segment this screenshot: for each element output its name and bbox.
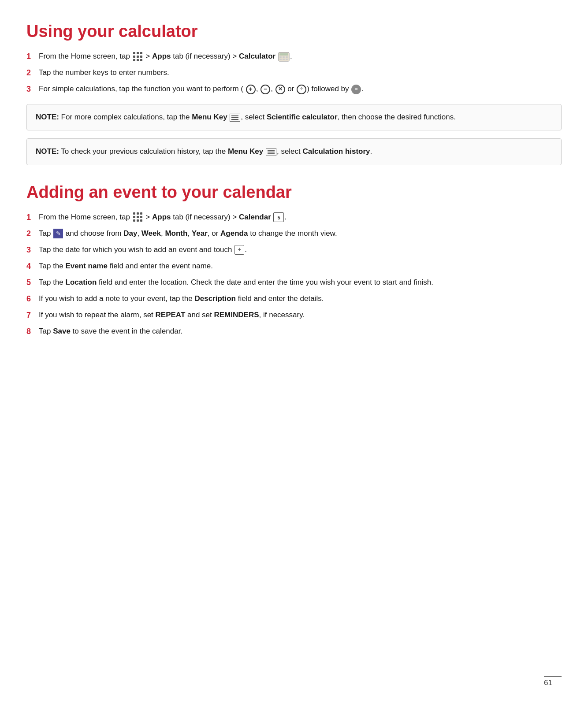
cal-step-8-text: Tap Save to save the event in the calend… [39, 326, 182, 337]
calendar-step-2: 2 Tap ✎ and choose from Day, Week, Month… [26, 228, 562, 240]
svg-rect-3 [283, 56, 285, 58]
page-number: 61 [544, 679, 552, 687]
equals-icon: = [351, 85, 361, 94]
page-number-area: 61 [544, 676, 562, 687]
apps-icon [133, 52, 143, 62]
page-number-line [544, 676, 562, 677]
cal-step-7-text: If you wish to repeat the alarm, set REP… [39, 309, 305, 321]
calendar-step-7: 7 If you wish to repeat the alarm, set R… [26, 309, 562, 321]
plus-icon: + [246, 85, 256, 94]
pencil-icon: ✎ [53, 229, 63, 238]
calendar-step-1: 1 From the Home screen, tap > Apps tab (… [26, 212, 562, 223]
svg-rect-12 [268, 152, 275, 152]
step-3-text: For simple calculations, tap the functio… [39, 83, 364, 95]
calendar-step-8: 8 Tap Save to save the event in the cale… [26, 326, 562, 338]
cal-step-number-3: 3 [26, 244, 39, 256]
calculator-note-2: NOTE: To check your previous calculation… [26, 138, 562, 165]
svg-rect-13 [268, 153, 275, 154]
step-number-1: 1 [26, 51, 39, 63]
menu-key-icon-1 [230, 114, 240, 122]
calendar-steps: 1 From the Home screen, tap > Apps tab (… [26, 212, 562, 338]
calculator-section: Using your calculator 1 From the Home sc… [26, 22, 562, 165]
svg-rect-4 [286, 56, 288, 58]
calculator-title: Using your calculator [26, 22, 562, 41]
cal-step-6-text: If you wish to add a note to your event,… [39, 293, 324, 304]
step-number-3: 3 [26, 83, 39, 95]
cal-step-5-text: Tap the Location field and enter the loc… [39, 277, 433, 288]
svg-rect-9 [231, 117, 238, 118]
svg-rect-8 [231, 115, 238, 116]
minus-icon: − [261, 85, 270, 94]
divide-icon: ÷ [297, 85, 306, 94]
svg-rect-6 [283, 59, 285, 60]
calendar-step-6: 6 If you wish to add a note to your even… [26, 293, 562, 305]
calculator-icon [278, 52, 290, 62]
step-number-2: 2 [26, 67, 39, 79]
calculator-steps: 1 From the Home screen, tap > Apps tab (… [26, 51, 562, 95]
calendar-step-4: 4 Tap the Event name field and enter the… [26, 260, 562, 272]
cal-step-number-7: 7 [26, 309, 39, 321]
apps-icon-2 [133, 212, 143, 222]
svg-rect-11 [268, 150, 275, 151]
cal-step-3-text: Tap the date for which you wish to add a… [39, 244, 247, 256]
cal-step-1-text: From the Home screen, tap > Apps tab (if… [39, 212, 287, 223]
cal-step-number-4: 4 [26, 260, 39, 272]
multiply-icon: ✕ [275, 85, 285, 94]
cal-step-4-text: Tap the Event name field and enter the e… [39, 260, 213, 272]
cal-step-number-8: 8 [26, 326, 39, 338]
calendar-icon: 5 [273, 212, 284, 222]
calendar-step-5: 5 Tap the Location field and enter the l… [26, 277, 562, 289]
cal-step-number-6: 6 [26, 293, 39, 305]
cal-step-number-5: 5 [26, 277, 39, 289]
svg-rect-10 [231, 119, 238, 120]
menu-key-icon-2 [266, 148, 276, 156]
svg-rect-1 [279, 53, 288, 56]
step-2-text: Tap the number keys to enter numbers. [39, 67, 169, 78]
calendar-title: Adding an event to your calendar [26, 183, 562, 202]
calculator-note-1-text: NOTE: For more complex calculations, tap… [36, 111, 552, 123]
svg-rect-2 [279, 56, 282, 58]
calculator-step-1: 1 From the Home screen, tap > Apps tab (… [26, 51, 562, 63]
calendar-section: Adding an event to your calendar 1 From … [26, 183, 562, 338]
cal-step-number-2: 2 [26, 228, 39, 240]
add-event-icon: + [234, 245, 244, 255]
calendar-step-3: 3 Tap the date for which you wish to add… [26, 244, 562, 256]
cal-step-2-text: Tap ✎ and choose from Day, Week, Month, … [39, 228, 337, 239]
cal-step-number-1: 1 [26, 212, 39, 223]
step-1-text: From the Home screen, tap > Apps tab (if… [39, 51, 292, 62]
svg-rect-5 [279, 59, 282, 60]
calculator-step-3: 3 For simple calculations, tap the funct… [26, 83, 562, 95]
calculator-note-1: NOTE: For more complex calculations, tap… [26, 104, 562, 130]
calculator-step-2: 2 Tap the number keys to enter numbers. [26, 67, 562, 79]
calculator-note-2-text: NOTE: To check your previous calculation… [36, 146, 552, 157]
svg-rect-7 [286, 59, 288, 60]
